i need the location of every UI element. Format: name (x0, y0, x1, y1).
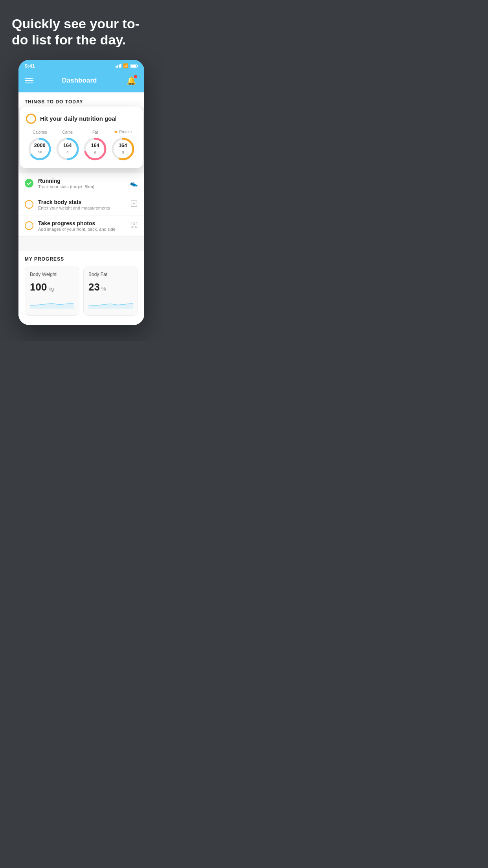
section-header: THINGS TO DO TODAY (18, 92, 144, 108)
shoe-icon: 👟 (130, 180, 138, 187)
todo-item-body-stats[interactable]: Track body stats Enter your weight and m… (18, 194, 144, 215)
spacer (18, 237, 144, 245)
todo-circle-running (25, 179, 33, 188)
floating-card-wrapper: Hit your daily nutrition goal Calories (18, 107, 144, 168)
body-weight-unit: kg (48, 286, 54, 292)
progress-card-fat[interactable]: Body Fat 23 % (83, 267, 138, 316)
todo-subtitle-running: Track your stats (target: 5km) (38, 184, 125, 189)
todo-item-photos[interactable]: Take progress photos Add images of your … (18, 215, 144, 237)
protein-unit: g (122, 150, 124, 154)
svg-marker-14 (88, 303, 133, 309)
progress-card-weight[interactable]: Body Weight 100 kg (25, 267, 79, 316)
nutrition-fat: Fat 164 g (83, 130, 107, 161)
star-icon: ★ (114, 129, 118, 134)
progress-section: MY PROGRESS Body Weight 100 kg (18, 251, 144, 325)
todo-content-body-stats: Track body stats Enter your weight and m… (38, 199, 125, 210)
todo-list: Running Track your stats (target: 5km) 👟… (18, 173, 144, 237)
signal-bar-1 (116, 66, 117, 68)
protein-circle: 164 g (111, 137, 135, 161)
calories-label: Calories (33, 130, 47, 134)
carbs-circle: 164 g (55, 137, 80, 161)
todo-title-body-stats: Track body stats (38, 199, 125, 205)
signal-bars-icon (116, 64, 121, 68)
fat-label: Fat (92, 130, 98, 134)
notification-button[interactable]: 🔔 (125, 74, 138, 87)
wifi-icon: 📶 (123, 63, 128, 68)
todo-title-running: Running (38, 178, 125, 184)
hero-section: Quickly see your to-do list for the day. (0, 0, 163, 60)
body-fat-unit: % (101, 286, 106, 292)
app-header: Dashboard 🔔 (18, 70, 144, 92)
todo-content-photos: Take progress photos Add images of your … (38, 220, 125, 232)
todo-circle-body-stats (25, 200, 33, 209)
fat-unit: g (94, 150, 96, 154)
body-fat-value-row: 23 % (88, 281, 133, 293)
todo-item-running[interactable]: Running Track your stats (target: 5km) 👟 (18, 173, 144, 194)
battery-icon (130, 64, 138, 68)
body-weight-label: Body Weight (30, 272, 74, 277)
progress-cards: Body Weight 100 kg Body Fat (18, 267, 144, 316)
body-fat-sparkline (88, 297, 133, 309)
nutrition-card-title: Hit your daily nutrition goal (40, 115, 117, 122)
svg-point-12 (133, 223, 135, 225)
fat-circle: 164 g (83, 137, 107, 161)
bottom-spacer (18, 316, 144, 322)
progress-title: MY PROGRESS (18, 251, 144, 267)
header-title: Dashboard (62, 77, 97, 85)
card-header: Hit your daily nutrition goal (26, 114, 137, 124)
nutrition-calories: Calories 2000 cal (28, 130, 52, 161)
body-fat-label: Body Fat (88, 272, 133, 277)
status-bar: 9:41 📶 (18, 60, 144, 70)
menu-button[interactable] (25, 78, 33, 83)
body-fat-number: 23 (88, 281, 100, 293)
calories-value: 2000 (34, 143, 46, 148)
nutrition-carbs: Carbs 164 g (55, 130, 80, 161)
calories-unit: cal (37, 150, 42, 154)
body-weight-number: 100 (30, 281, 47, 293)
fat-value: 164 (91, 143, 99, 148)
body-weight-value-row: 100 kg (30, 281, 74, 293)
svg-marker-13 (30, 303, 74, 309)
carbs-value: 164 (63, 143, 72, 148)
nutrition-protein: ★ Protein 164 g (111, 129, 135, 161)
todo-title-photos: Take progress photos (38, 220, 125, 226)
signal-bar-2 (117, 65, 118, 68)
todo-circle-photos (25, 221, 33, 230)
person-icon (130, 221, 138, 230)
scale-icon (130, 200, 138, 209)
signal-bar-3 (119, 64, 120, 68)
status-time: 9:41 (25, 63, 35, 69)
section-title: THINGS TO DO TODAY (25, 99, 83, 105)
protein-value: 164 (119, 143, 127, 148)
phone-mockup: 9:41 📶 (18, 60, 144, 325)
calories-circle: 2000 cal (28, 137, 52, 161)
app-body: THINGS TO DO TODAY Hit your daily nutrit… (18, 92, 144, 325)
nutrition-card[interactable]: Hit your daily nutrition goal Calories (20, 107, 143, 168)
todo-subtitle-body-stats: Enter your weight and measurements (38, 206, 125, 210)
body-weight-sparkline (30, 297, 74, 309)
protein-label: ★ Protein (114, 129, 132, 134)
carbs-unit: g (66, 150, 68, 154)
todo-content-running: Running Track your stats (target: 5km) (38, 178, 125, 189)
nutrition-row: Calories 2000 cal (26, 129, 137, 161)
signal-bar-4 (120, 64, 121, 68)
todo-subtitle-photos: Add images of your front, back, and side (38, 227, 125, 232)
hero-title: Quickly see your to-do list for the day. (12, 16, 151, 48)
status-icons: 📶 (116, 63, 138, 68)
task-circle-nutrition[interactable] (26, 114, 36, 124)
page-wrapper: Quickly see your to-do list for the day.… (0, 0, 163, 341)
notification-badge (134, 75, 137, 78)
carbs-label: Carbs (62, 130, 73, 134)
